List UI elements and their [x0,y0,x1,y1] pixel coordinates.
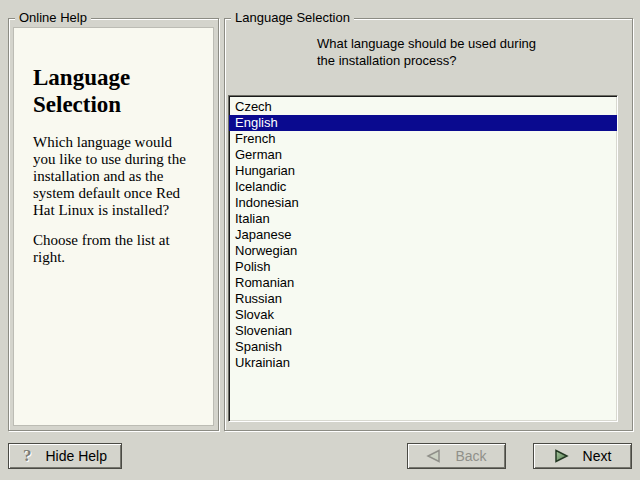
hide-help-button[interactable]: ? Hide Help [8,443,122,469]
help-title-line: Language [33,64,130,91]
help-text-line: Which language would [33,134,186,151]
language-row[interactable]: Spanish [229,339,617,355]
language-selection-frame-label: Language Selection [231,10,354,26]
back-button-label: Back [455,448,486,464]
hide-help-button-label: Hide Help [46,448,107,464]
next-arrow-icon [554,449,569,463]
question-line: What language should be used during [317,35,536,52]
help-paragraph-2: Choose from the list at right. [33,232,170,266]
help-text-line: installation and as the [33,168,186,185]
language-row[interactable]: Romanian [229,275,617,291]
language-row[interactable]: Russian [229,291,617,307]
language-row[interactable]: German [229,147,617,163]
language-selection-frame: Language Selection What language should … [224,18,633,431]
help-text-line: right. [33,249,170,266]
language-row[interactable]: French [229,131,617,147]
language-row[interactable]: Indonesian [229,195,617,211]
help-paragraph-1: Which language would you like to use dur… [33,134,186,219]
language-row[interactable]: English [229,115,617,131]
language-row[interactable]: Hungarian [229,163,617,179]
back-button: Back [407,443,506,469]
help-title-line: Selection [33,91,130,118]
online-help-frame-label: Online Help [15,10,91,26]
language-row[interactable]: Polish [229,259,617,275]
help-text-line: Choose from the list at [33,232,170,249]
language-row[interactable]: Slovak [229,307,617,323]
next-button[interactable]: Next [533,443,632,469]
online-help-frame: Online Help Language Selection Which lan… [8,18,219,431]
language-row[interactable]: Italian [229,211,617,227]
installer-window: { "help_panel": { "frame_label": "Online… [0,0,640,480]
language-row[interactable]: Czech [229,99,617,115]
question-text: What language should be used during the … [317,35,536,69]
help-text-line: Hat Linux is installed? [33,202,186,219]
help-text-line: system default once Red [33,185,186,202]
language-row[interactable]: Slovenian [229,323,617,339]
help-title: Language Selection [33,64,130,118]
language-row[interactable]: Icelandic [229,179,617,195]
question-line: the installation process? [317,52,536,69]
next-button-label: Next [583,448,612,464]
language-row[interactable]: Ukrainian [229,355,617,371]
language-list[interactable]: Czech English French German Hungarian Ic… [228,95,618,422]
help-text-line: you like to use during the [33,151,186,168]
question-mark-icon: ? [23,446,32,466]
help-panel: Language Selection Which language would … [13,27,214,426]
back-arrow-icon [426,449,441,463]
language-row[interactable]: Norwegian [229,243,617,259]
language-row[interactable]: Japanese [229,227,617,243]
